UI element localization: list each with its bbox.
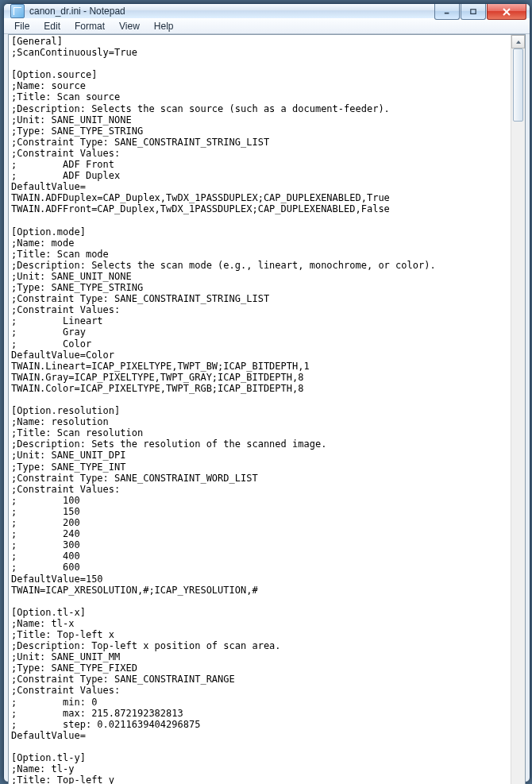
menubar: File Edit Format View Help (4, 18, 530, 34)
titlebar[interactable]: canon_dr.ini - Notepad (4, 4, 530, 18)
close-icon (502, 8, 511, 16)
menu-edit[interactable]: Edit (37, 19, 67, 33)
text-editor[interactable]: [General] ;ScanContinuously=True [Option… (9, 35, 511, 784)
vertical-scrollbar[interactable] (511, 35, 525, 784)
svg-rect-0 (445, 12, 449, 14)
minimize-icon (444, 9, 450, 15)
menu-file[interactable]: File (7, 19, 37, 33)
minimize-button[interactable] (434, 4, 460, 20)
scroll-up-button[interactable] (511, 35, 525, 48)
maximize-button[interactable] (461, 4, 486, 20)
close-button[interactable] (487, 4, 526, 20)
menu-format[interactable]: Format (67, 19, 112, 33)
maximize-icon (470, 9, 476, 15)
menu-view[interactable]: View (112, 19, 147, 33)
window-control-buttons (434, 4, 526, 20)
notepad-window: canon_dr.ini - Notepad File Edit Format … (3, 3, 530, 782)
editor-viewport: [General] ;ScanContinuously=True [Option… (9, 35, 525, 784)
vertical-scroll-track[interactable] (511, 48, 525, 784)
client-area: [General] ;ScanContinuously=True [Option… (8, 34, 526, 784)
app-icon (10, 4, 25, 18)
svg-rect-1 (471, 9, 476, 14)
vertical-scroll-thumb[interactable] (513, 48, 523, 122)
window-title: canon_dr.ini - Notepad (29, 6, 125, 17)
chevron-up-icon (515, 39, 522, 45)
menu-help[interactable]: Help (147, 19, 181, 33)
